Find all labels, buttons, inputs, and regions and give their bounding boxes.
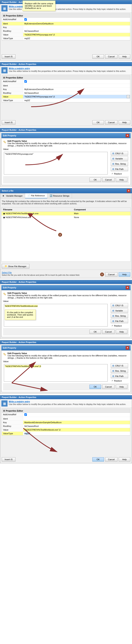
- crlf-button[interactable]: CRLF /S: [111, 303, 128, 308]
- close-icon[interactable]: ✕: [126, 346, 129, 350]
- col-filename: Filename: [1, 208, 72, 212]
- adduninstref-checkbox[interactable]: [24, 18, 27, 21]
- ok-button[interactable]: OK: [90, 330, 101, 334]
- header-desc: Use the editor below to modify the prope…: [9, 70, 131, 72]
- valuetype-value[interactable]: regSZ: [23, 98, 130, 102]
- resstring-button[interactable]: Res. String: [111, 368, 128, 373]
- ok-button[interactable]: OK: [90, 385, 101, 389]
- filepath-button[interactable]: File Path: [111, 319, 128, 323]
- value-textarea[interactable]: "%DESTPATH%\yourapp.exe": [4, 152, 108, 174]
- cancel-button[interactable]: Cancel: [105, 457, 118, 462]
- step-badge-3: 3: [100, 272, 104, 276]
- close-icon[interactable]: ✕: [126, 286, 129, 289]
- rootkey-value[interactable]: hkClassesRoot: [23, 91, 130, 95]
- exe-icon: ▣: [3, 212, 5, 214]
- crlf-button[interactable]: CRLF /S: [111, 151, 128, 156]
- prop-name: Ident: [2, 417, 23, 420]
- value-value[interactable]: "%DESTPATH%\yourapp.exe",0: [23, 33, 130, 36]
- replace-check[interactable]: ✓ Replace: [111, 172, 128, 175]
- ok-button[interactable]: OK: [92, 54, 104, 59]
- callout-tip: Replace with the same unique identifier …: [23, 0, 55, 11]
- titlebar: Paquet Builder - Action Properties: [0, 0, 132, 4]
- cancel-button[interactable]: Cancel: [105, 54, 118, 59]
- action-properties-panel-1: Paquet Builder - Action Properties Repla…: [0, 0, 132, 60]
- prop-name: AddUninstRef: [2, 80, 23, 84]
- cancel-button[interactable]: Cancel: [102, 178, 115, 182]
- adduninstref-checkbox[interactable]: [24, 413, 27, 416]
- help-button[interactable]: Help: [119, 457, 130, 462]
- header-link[interactable]: Write a registry entry: [9, 400, 131, 403]
- resstring-button[interactable]: Res. String: [111, 162, 128, 166]
- header-link[interactable]: Write a registry entry: [9, 67, 131, 70]
- rootkey-value[interactable]: hkClassesRoot: [23, 424, 130, 428]
- value-textarea[interactable]: "%DESTPATH%\TestWorkbook.exe",0: [4, 364, 108, 382]
- dialog-desc: The following list contains the referenc…: [0, 198, 132, 206]
- valuetype-value[interactable]: regSZ: [23, 36, 130, 40]
- adduninstref-checkbox[interactable]: [24, 80, 27, 83]
- value-textarea[interactable]: %DESTPATH%\TestWorkbook.exe It's the pat…: [4, 304, 108, 326]
- value-value[interactable]: "%DESTPATH%\TestWorkbook.exe",0: [23, 428, 130, 432]
- select-file-dialog: Select a file ✕ ◈Variable Manager 📄File …: [0, 188, 132, 278]
- edit-desc: Use the following field to modify the va…: [7, 354, 129, 359]
- tab-variable-manager[interactable]: ◈Variable Manager: [0, 193, 25, 198]
- help-button[interactable]: Help: [116, 330, 127, 334]
- replace-check[interactable]: ✓ Replace: [111, 379, 128, 382]
- file-row[interactable]: ▣ %DESTPATH%\TestWorkbook.exe Main: [1, 212, 131, 216]
- tab-file-reference[interactable]: 📄File Reference: [25, 193, 47, 198]
- header: ▦ Write a registry entry Use the editor …: [0, 4, 132, 13]
- show-file-manager-button[interactable]: 📁Show File Manager: [2, 264, 29, 268]
- prop-name: ValueType: [2, 98, 23, 102]
- ok-button[interactable]: OK: [92, 120, 104, 124]
- cancel-button[interactable]: Cancel: [105, 272, 118, 276]
- ok-button[interactable]: OK: [90, 178, 101, 182]
- filepath-button[interactable]: File Path: [111, 374, 128, 378]
- key-value[interactable]: [23, 26, 130, 29]
- edit-property-dialog-3: Paquet Builder - Action Properties Edit …: [0, 340, 132, 394]
- help-button[interactable]: Help: [116, 178, 127, 182]
- titlebar: Paquet Builder - Action Properties: [0, 280, 132, 284]
- header-desc: Use the editor below to modify the prope…: [9, 403, 131, 406]
- prop-name: AddUninstRef: [2, 413, 23, 417]
- tab-resource-strings[interactable]: 🔤Resource Strings: [47, 193, 72, 198]
- insert-button[interactable]: Insert /S: [2, 120, 15, 124]
- titlebar: Paquet Builder - Action Properties: [0, 62, 132, 66]
- close-icon[interactable]: ✕: [126, 134, 129, 137]
- cancel-button[interactable]: Cancel: [102, 330, 115, 334]
- variable-button[interactable]: Variable: [111, 308, 128, 313]
- edit-property-dialog-1: Paquet Builder - Action Properties Edit …: [0, 128, 132, 186]
- valuetype-value[interactable]: regSZ: [23, 432, 130, 435]
- select-file-desc: Select the file you wish in the list abo…: [2, 274, 80, 276]
- value-value[interactable]: "%DESTPATH%\yourapp.exe",0...: [23, 95, 130, 98]
- file-row[interactable]: ▣ %DESTPATH%\Uninst.exe None: [1, 216, 131, 220]
- replace-check[interactable]: ✓ Replace: [111, 324, 128, 327]
- key-value[interactable]: MarkbookExtensionSample\DefaultIcon: [23, 421, 130, 424]
- help-button[interactable]: Help: [119, 120, 130, 124]
- crlf-button[interactable]: CRLF /S: [111, 363, 128, 368]
- ident-value[interactable]: [23, 417, 130, 420]
- section-head: Properties Editor: [2, 409, 130, 413]
- insert-button[interactable]: Insert /S: [2, 457, 15, 462]
- rootkey-value[interactable]: hkClassesRoot: [23, 29, 130, 33]
- variable-button[interactable]: Variable: [111, 156, 128, 161]
- edit-icon: ✎: [3, 352, 6, 357]
- prop-name: ValueType: [2, 432, 23, 435]
- close-icon[interactable]: ✕: [127, 189, 130, 192]
- ident-value[interactable]: MyExtensionDemo\DefaultIcon: [23, 22, 130, 25]
- help-button[interactable]: Help: [119, 54, 130, 59]
- resstring-button[interactable]: Res. String: [111, 314, 128, 318]
- edit-property-dialog-2: Paquet Builder - Action Properties Edit …: [0, 280, 132, 338]
- ellipsis-button[interactable]: ...: [127, 95, 130, 98]
- ident-value[interactable]: [23, 84, 130, 87]
- action-properties-panel-2: Paquet Builder - Action Properties ▦ Wri…: [0, 62, 132, 126]
- section-head: Properties Editor: [2, 76, 130, 80]
- sub-titlebar: Edit Property ✕: [1, 345, 131, 350]
- properties-grid: AddUninstRef IdentMyExtensionDemo\Defaul…: [2, 18, 130, 40]
- key-value[interactable]: MyExtensionDemo\DefaultIcon: [23, 88, 130, 91]
- insert-button[interactable]: Insert /S: [2, 54, 15, 59]
- filepath-button[interactable]: File Path: [111, 167, 128, 171]
- cancel-button[interactable]: Cancel: [105, 120, 118, 124]
- help-button[interactable]: Help: [116, 385, 127, 389]
- cancel-button[interactable]: Cancel: [102, 385, 115, 389]
- ok-button[interactable]: OK: [92, 457, 104, 462]
- help-button[interactable]: Help: [119, 272, 130, 276]
